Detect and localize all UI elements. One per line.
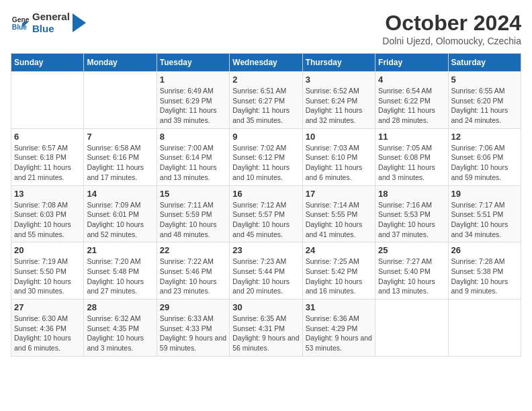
day-number: 22	[160, 245, 226, 255]
svg-text:Blue: Blue	[12, 24, 28, 31]
day-number: 14	[87, 189, 153, 199]
calendar-cell: 20Sunrise: 7:19 AMSunset: 5:50 PMDayligh…	[11, 242, 84, 300]
logo-arrow-icon	[73, 13, 86, 32]
calendar-cell: 26Sunrise: 7:28 AMSunset: 5:38 PMDayligh…	[448, 242, 521, 300]
calendar-cell: 10Sunrise: 7:03 AMSunset: 6:10 PMDayligh…	[302, 128, 375, 185]
month-title: October 2024	[382, 11, 521, 36]
day-detail: Sunrise: 7:09 AMSunset: 6:01 PMDaylight:…	[87, 200, 153, 240]
day-detail: Sunrise: 7:08 AMSunset: 6:03 PMDaylight:…	[14, 200, 81, 240]
day-detail: Sunrise: 6:51 AMSunset: 6:27 PMDaylight:…	[232, 86, 299, 126]
day-number: 23	[232, 245, 299, 255]
day-detail: Sunrise: 6:57 AMSunset: 6:18 PMDaylight:…	[14, 143, 81, 183]
day-detail: Sunrise: 7:19 AMSunset: 5:50 PMDaylight:…	[14, 257, 81, 296]
logo-blue: Blue	[32, 23, 70, 35]
day-detail: Sunrise: 7:25 AMSunset: 5:42 PMDaylight:…	[306, 257, 372, 296]
day-number: 5	[451, 75, 518, 85]
header-saturday: Saturday	[448, 54, 521, 72]
day-number: 13	[14, 189, 81, 199]
calendar-cell: 29Sunrise: 6:33 AMSunset: 4:33 PMDayligh…	[157, 300, 229, 357]
calendar-cell: 1Sunrise: 6:49 AMSunset: 6:29 PMDaylight…	[157, 72, 229, 129]
calendar-cell: 9Sunrise: 7:02 AMSunset: 6:12 PMDaylight…	[230, 128, 302, 185]
day-number: 29	[160, 302, 226, 312]
day-detail: Sunrise: 6:55 AMSunset: 6:20 PMDaylight:…	[451, 86, 518, 126]
calendar-cell: 4Sunrise: 6:54 AMSunset: 6:22 PMDaylight…	[375, 72, 448, 129]
calendar-header-row: SundayMondayTuesdayWednesdayThursdayFrid…	[11, 54, 521, 72]
calendar-cell: 6Sunrise: 6:57 AMSunset: 6:18 PMDaylight…	[11, 128, 84, 185]
day-detail: Sunrise: 7:05 AMSunset: 6:08 PMDaylight:…	[378, 143, 445, 183]
header-wednesday: Wednesday	[230, 54, 302, 72]
calendar-cell: 8Sunrise: 7:00 AMSunset: 6:14 PMDaylight…	[157, 128, 229, 185]
day-number: 18	[378, 189, 445, 199]
week-row-2: 6Sunrise: 6:57 AMSunset: 6:18 PMDaylight…	[11, 128, 521, 185]
day-number: 8	[160, 132, 226, 142]
header-sunday: Sunday	[11, 54, 84, 72]
day-number: 2	[232, 75, 299, 85]
logo: General Blue General Blue	[11, 11, 86, 35]
day-number: 17	[306, 189, 372, 199]
calendar-cell	[11, 72, 84, 129]
day-detail: Sunrise: 7:14 AMSunset: 5:55 PMDaylight:…	[306, 200, 372, 240]
day-detail: Sunrise: 6:35 AMSunset: 4:31 PMDaylight:…	[232, 314, 299, 353]
header-thursday: Thursday	[302, 54, 375, 72]
calendar-cell: 3Sunrise: 6:52 AMSunset: 6:24 PMDaylight…	[302, 72, 375, 129]
calendar-cell: 28Sunrise: 6:32 AMSunset: 4:35 PMDayligh…	[84, 300, 157, 357]
day-number: 25	[378, 245, 445, 255]
day-number: 3	[306, 75, 372, 85]
week-row-5: 27Sunrise: 6:30 AMSunset: 4:36 PMDayligh…	[11, 300, 521, 357]
day-detail: Sunrise: 7:16 AMSunset: 5:53 PMDaylight:…	[378, 200, 445, 240]
calendar-body: 1Sunrise: 6:49 AMSunset: 6:29 PMDaylight…	[11, 72, 521, 357]
header-friday: Friday	[375, 54, 448, 72]
day-number: 7	[87, 132, 153, 142]
day-number: 24	[306, 245, 372, 255]
calendar-cell	[448, 300, 521, 357]
day-detail: Sunrise: 6:33 AMSunset: 4:33 PMDaylight:…	[160, 314, 226, 353]
day-number: 16	[232, 189, 299, 199]
day-detail: Sunrise: 6:54 AMSunset: 6:22 PMDaylight:…	[378, 86, 445, 126]
week-row-1: 1Sunrise: 6:49 AMSunset: 6:29 PMDaylight…	[11, 72, 521, 129]
calendar-cell: 2Sunrise: 6:51 AMSunset: 6:27 PMDaylight…	[230, 72, 302, 129]
day-number: 26	[451, 245, 518, 255]
calendar-cell: 12Sunrise: 7:06 AMSunset: 6:06 PMDayligh…	[448, 128, 521, 185]
day-detail: Sunrise: 7:27 AMSunset: 5:40 PMDaylight:…	[378, 257, 445, 296]
calendar-cell: 21Sunrise: 7:20 AMSunset: 5:48 PMDayligh…	[84, 242, 157, 300]
calendar-cell: 5Sunrise: 6:55 AMSunset: 6:20 PMDaylight…	[448, 72, 521, 129]
day-detail: Sunrise: 7:00 AMSunset: 6:14 PMDaylight:…	[160, 143, 226, 183]
header-tuesday: Tuesday	[157, 54, 229, 72]
day-number: 12	[451, 132, 518, 142]
calendar-cell: 7Sunrise: 6:58 AMSunset: 6:16 PMDaylight…	[84, 128, 157, 185]
day-number: 20	[14, 245, 81, 255]
calendar-cell: 23Sunrise: 7:23 AMSunset: 5:44 PMDayligh…	[230, 242, 302, 300]
day-detail: Sunrise: 6:52 AMSunset: 6:24 PMDaylight:…	[306, 86, 372, 126]
day-detail: Sunrise: 6:49 AMSunset: 6:29 PMDaylight:…	[160, 86, 226, 126]
calendar-cell: 25Sunrise: 7:27 AMSunset: 5:40 PMDayligh…	[375, 242, 448, 300]
day-detail: Sunrise: 6:30 AMSunset: 4:36 PMDaylight:…	[14, 314, 81, 353]
calendar-cell: 16Sunrise: 7:12 AMSunset: 5:57 PMDayligh…	[230, 185, 302, 242]
week-row-3: 13Sunrise: 7:08 AMSunset: 6:03 PMDayligh…	[11, 185, 521, 242]
page-header: General Blue General Blue October 2024 D…	[11, 11, 521, 46]
day-number: 31	[306, 302, 372, 312]
day-detail: Sunrise: 7:22 AMSunset: 5:46 PMDaylight:…	[160, 257, 226, 296]
day-number: 10	[306, 132, 372, 142]
day-number: 30	[232, 302, 299, 312]
calendar-cell: 17Sunrise: 7:14 AMSunset: 5:55 PMDayligh…	[302, 185, 375, 242]
day-detail: Sunrise: 7:02 AMSunset: 6:12 PMDaylight:…	[232, 143, 299, 183]
calendar-cell: 14Sunrise: 7:09 AMSunset: 6:01 PMDayligh…	[84, 185, 157, 242]
logo-icon: General Blue	[11, 13, 30, 32]
calendar-cell: 24Sunrise: 7:25 AMSunset: 5:42 PMDayligh…	[302, 242, 375, 300]
day-detail: Sunrise: 7:20 AMSunset: 5:48 PMDaylight:…	[87, 257, 153, 296]
title-block: October 2024 Dolni Ujezd, Olomoucky, Cze…	[382, 11, 521, 46]
calendar-cell	[84, 72, 157, 129]
day-number: 1	[160, 75, 226, 85]
day-detail: Sunrise: 7:06 AMSunset: 6:06 PMDaylight:…	[451, 143, 518, 183]
day-detail: Sunrise: 7:03 AMSunset: 6:10 PMDaylight:…	[306, 143, 372, 183]
calendar-cell: 27Sunrise: 6:30 AMSunset: 4:36 PMDayligh…	[11, 300, 84, 357]
svg-marker-2	[73, 13, 86, 32]
calendar-table: SundayMondayTuesdayWednesdayThursdayFrid…	[11, 53, 521, 357]
calendar-cell	[375, 300, 448, 357]
day-number: 15	[160, 189, 226, 199]
day-detail: Sunrise: 7:12 AMSunset: 5:57 PMDaylight:…	[232, 200, 299, 240]
calendar-cell: 15Sunrise: 7:11 AMSunset: 5:59 PMDayligh…	[157, 185, 229, 242]
calendar-cell: 19Sunrise: 7:17 AMSunset: 5:51 PMDayligh…	[448, 185, 521, 242]
calendar-cell: 18Sunrise: 7:16 AMSunset: 5:53 PMDayligh…	[375, 185, 448, 242]
calendar-cell: 30Sunrise: 6:35 AMSunset: 4:31 PMDayligh…	[230, 300, 302, 357]
